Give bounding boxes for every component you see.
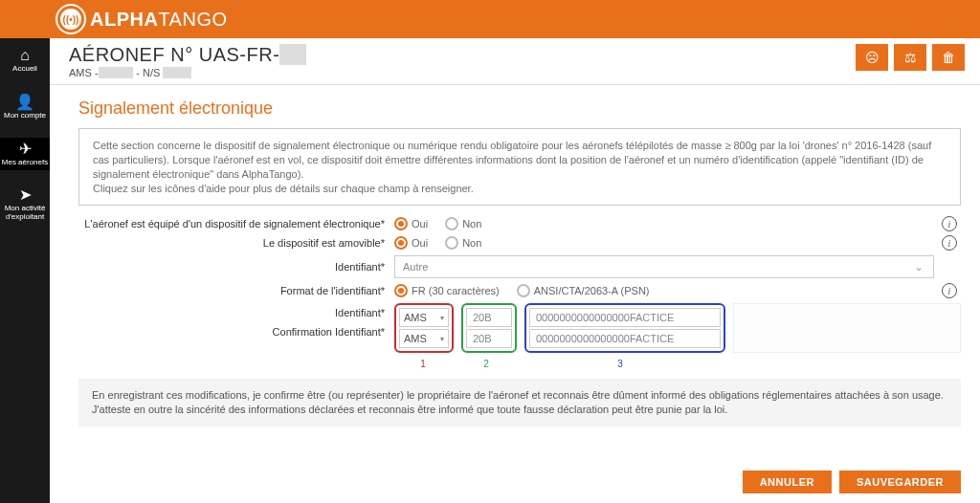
row-format: Format de l'identifiant* FR (30 caractèr…: [78, 284, 961, 297]
logo-badge: ((•)): [57, 6, 84, 33]
title-actions: ☹ ⚖ 🗑: [856, 44, 965, 71]
arrow-icon: ➤: [0, 187, 50, 203]
sidebar: ⌂ Accueil 👤 Mon compte ✈ Mes aéronefs ➤ …: [0, 38, 50, 503]
logo-part-b: TANGO: [158, 9, 227, 30]
sidebar-item-account[interactable]: 👤 Mon compte: [0, 91, 50, 124]
logo-part-a: ALPHA: [90, 9, 158, 30]
sidebar-item-aircraft[interactable]: ✈ Mes aéronefs: [0, 138, 50, 171]
cancel-button[interactable]: ANNULER: [743, 470, 832, 493]
chevron-down-icon: ▾: [440, 314, 444, 322]
radio-format-ansi[interactable]: ANSI/CTA/2063-A (PSN): [517, 284, 650, 297]
row-removable: Le dispositif est amovible* Oui Non i: [78, 236, 961, 250]
identifier-select[interactable]: Autre: [394, 255, 934, 278]
section-info: Cette section concerne le dispositif de …: [78, 128, 961, 206]
radio-equipped-yes[interactable]: Oui: [394, 217, 428, 230]
save-button[interactable]: SAUVEGARDER: [839, 470, 961, 493]
radio-removable-yes[interactable]: Oui: [394, 236, 428, 250]
row-id-inputs: Identifiant* Confirmation Identifiant* A…: [78, 303, 961, 353]
sidebar-item-activity[interactable]: ➤ Mon activité d'exploitant: [0, 184, 50, 226]
confirm-part3-input[interactable]: 0000000000000000FACTICE: [529, 329, 721, 348]
radio-off-icon: [445, 217, 458, 230]
info-icon[interactable]: i: [942, 235, 957, 251]
radio-on-icon: [394, 236, 408, 250]
sidebar-item-label: Mon compte: [0, 112, 50, 120]
id-group-2: 20B 20B: [461, 303, 517, 353]
home-icon: ⌂: [0, 48, 50, 63]
marker-2: 2: [459, 359, 513, 369]
info-icon[interactable]: i: [942, 216, 957, 231]
sidebar-item-home[interactable]: ⌂ Accueil: [0, 44, 50, 77]
row-identifier-select: Identifiant* Autre: [78, 255, 961, 278]
confirm-part2-input[interactable]: 20B: [466, 329, 512, 348]
label-confirm: Confirmation Identifiant*: [78, 326, 385, 338]
radio-format-fr[interactable]: FR (30 caractères): [394, 284, 500, 297]
radio-off-icon: [445, 236, 458, 250]
label-removable: Le dispositif est amovible*: [78, 237, 394, 249]
id-part2-input[interactable]: 20B: [466, 308, 512, 327]
annotation-numbers: 1 2 3: [78, 359, 961, 369]
sidebar-item-label: Accueil: [0, 65, 50, 74]
radio-on-icon: [394, 217, 408, 230]
content: Signalement électronique Cette section c…: [50, 85, 980, 461]
id-part1-select[interactable]: AMS▾: [399, 308, 449, 327]
main: AÉRONEF N° UAS-FR-XX AMS -XXXXX - N/S XX…: [50, 38, 980, 503]
id-group-1: AMS▾ AMS▾: [394, 303, 454, 353]
report-issue-button[interactable]: ☹: [856, 44, 888, 71]
confirm-part1-select[interactable]: AMS▾: [399, 329, 449, 348]
disclaimer: En enregistrant ces modifications, je co…: [78, 379, 961, 426]
redacted: XX: [279, 44, 306, 65]
delete-button[interactable]: 🗑: [932, 44, 965, 71]
label-format: Format de l'identifiant*: [78, 285, 394, 296]
drone-icon: ✈: [0, 142, 50, 157]
page-subtitle: AMS -XXXXX - N/S XXXX: [69, 67, 856, 78]
label-equipped: L'aéronef est équipé d'un dispositif de …: [78, 218, 394, 230]
chevron-down-icon: ▾: [440, 335, 444, 343]
info-icon[interactable]: i: [942, 283, 957, 298]
label-id: Identifiant*: [78, 307, 385, 318]
page-title: AÉRONEF N° UAS-FR-XX: [69, 44, 856, 66]
radio-off-icon: [517, 284, 530, 297]
radio-on-icon: [394, 284, 408, 297]
radio-removable-no[interactable]: Non: [445, 236, 481, 250]
marker-1: 1: [394, 359, 452, 369]
footer: ANNULER SAUVEGARDER: [50, 461, 980, 503]
logo-text: ALPHATANGO: [90, 9, 228, 31]
user-icon: 👤: [0, 95, 50, 110]
sidebar-item-label: Mon activité d'exploitant: [0, 205, 50, 222]
id-rest-field: [733, 303, 961, 353]
id-group-3: 0000000000000000FACTICE 0000000000000000…: [524, 303, 725, 353]
marker-3: 3: [521, 359, 720, 369]
id-part3-input[interactable]: 0000000000000000FACTICE: [529, 308, 721, 327]
top-bar: ((•)) ALPHATANGO: [0, 0, 980, 38]
radio-equipped-no[interactable]: Non: [445, 217, 481, 230]
row-equipped: L'aéronef est équipé d'un dispositif de …: [78, 217, 961, 230]
auction-button[interactable]: ⚖: [894, 44, 926, 71]
label-identifier: Identifiant*: [78, 261, 394, 273]
sidebar-item-label: Mes aéronefs: [0, 159, 50, 167]
title-bar: AÉRONEF N° UAS-FR-XX AMS -XXXXX - N/S XX…: [50, 38, 980, 85]
section-title: Signalement électronique: [78, 98, 961, 119]
